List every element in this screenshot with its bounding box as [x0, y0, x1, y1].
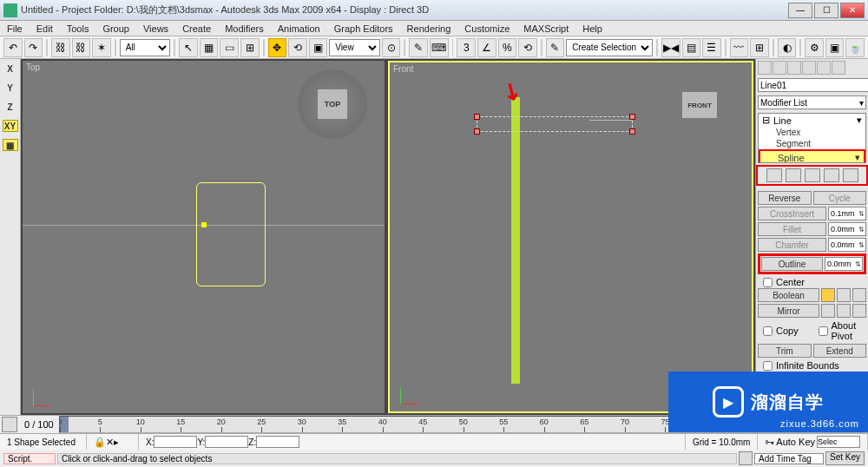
menu-file[interactable]: File — [3, 23, 26, 34]
stack-item-line[interactable]: ⊟Line▾ — [759, 114, 865, 127]
spline-green-bar[interactable] — [511, 97, 520, 384]
stack-item-segment[interactable]: Segment — [759, 138, 865, 149]
autokey-button[interactable]: Auto Key — [776, 437, 815, 447]
add-key-icon[interactable]: ✕ — [106, 437, 114, 448]
menu-help[interactable]: Help — [579, 23, 606, 34]
mirror-v-icon[interactable] — [837, 304, 851, 318]
transform-z-input[interactable] — [256, 436, 299, 448]
fillet-button[interactable]: Fillet — [758, 222, 826, 236]
menu-maxscript[interactable]: MAXScript — [520, 23, 572, 34]
maximize-button[interactable]: ☐ — [814, 3, 838, 18]
named-selection-dropdown[interactable]: Create Selection Set — [566, 39, 653, 56]
pivot-center-button[interactable]: ⊙ — [382, 38, 401, 57]
move-button[interactable]: ✥ — [268, 38, 287, 57]
axis-xy-button[interactable]: XY — [3, 120, 18, 132]
modifier-stack[interactable]: ⊟Line▾ Vertex Segment Spline▾ — [758, 113, 866, 163]
mirror-spline-button[interactable]: Mirror — [758, 304, 819, 318]
bool-union-icon[interactable] — [821, 288, 835, 302]
outline-spinner[interactable]: 0.0mm — [825, 257, 863, 271]
undo-button[interactable]: ↶ — [3, 38, 23, 57]
material-editor-button[interactable]: ◐ — [778, 38, 797, 57]
link-button[interactable]: ⛓ — [51, 38, 70, 57]
configure-sets-icon[interactable] — [843, 168, 858, 182]
key-mode-icon[interactable]: ▸ — [114, 437, 119, 448]
rotate-button[interactable]: ⟲ — [288, 38, 307, 57]
modifier-list-dropdown[interactable]: Modifier List — [758, 95, 866, 109]
trim-button[interactable]: Trim — [758, 344, 812, 358]
cycle-button[interactable]: Cycle — [813, 191, 867, 205]
menu-modifiers[interactable]: Modifiers — [221, 23, 267, 34]
axis-plane-button[interactable]: ▦ — [3, 139, 18, 151]
key-icon[interactable]: 🗝 — [765, 437, 774, 447]
center-checkbox[interactable] — [763, 278, 773, 287]
spline-shape-top[interactable] — [196, 182, 266, 286]
minimize-button[interactable]: — — [788, 3, 812, 18]
viewcube-top-face[interactable]: TOP — [318, 89, 347, 119]
menu-views[interactable]: Views — [140, 23, 172, 34]
menu-graph-editors[interactable]: Graph Editors — [331, 23, 397, 34]
setkey-button[interactable]: Set Key — [825, 451, 865, 465]
mirror-h-icon[interactable] — [821, 304, 835, 318]
modify-tab-icon[interactable] — [773, 61, 786, 75]
selection-filter-dropdown[interactable]: All — [120, 39, 171, 56]
utilities-tab-icon[interactable] — [832, 61, 845, 75]
menu-group[interactable]: Group — [99, 23, 133, 34]
stack-item-spline[interactable]: Spline▾ — [759, 149, 865, 163]
vertex-handle[interactable] — [629, 128, 635, 135]
chamfer-button[interactable]: Chamfer — [758, 238, 826, 252]
mirror-button[interactable]: ▶◀ — [661, 38, 681, 57]
chamfer-spinner[interactable]: 0.0mm — [828, 238, 866, 252]
stack-item-vertex[interactable]: Vertex — [759, 127, 865, 138]
manipulate-button[interactable]: ✎ — [409, 38, 428, 57]
close-button[interactable]: ✕ — [840, 3, 865, 18]
bind-spacewarp-button[interactable]: ✶ — [92, 38, 111, 57]
fillet-spinner[interactable]: 0.0mm — [828, 222, 866, 236]
select-by-name-button[interactable]: ▦ — [200, 38, 219, 57]
transform-y-input[interactable] — [205, 436, 248, 448]
menu-tools[interactable]: Tools — [63, 23, 93, 34]
lock-ui-icon[interactable] — [739, 451, 753, 465]
schematic-view-button[interactable]: ⊞ — [750, 38, 769, 57]
viewcube-front-face[interactable]: FRONT — [682, 92, 717, 118]
bool-intersect-icon[interactable] — [852, 288, 866, 302]
bool-subtract-icon[interactable] — [837, 288, 851, 302]
select-region-button[interactable]: ▭ — [220, 38, 239, 57]
spline-selected-segment[interactable] — [477, 116, 633, 132]
display-tab-icon[interactable] — [817, 61, 831, 75]
axis-y-button[interactable]: Y — [3, 82, 18, 94]
viewcube-front[interactable]: FRONT — [665, 71, 734, 141]
crossinsert-button[interactable]: CrossInsert — [758, 207, 826, 220]
axis-z-button[interactable]: Z — [3, 101, 18, 113]
show-end-result-icon[interactable] — [786, 168, 801, 182]
render-setup-button[interactable]: ⚙ — [805, 38, 824, 57]
remove-modifier-icon[interactable] — [824, 168, 839, 182]
layers-button[interactable]: ☰ — [702, 38, 721, 57]
viewport-front[interactable]: Front FRONT ↘ — [388, 61, 753, 413]
menu-edit[interactable]: Edit — [33, 23, 56, 34]
ref-coord-dropdown[interactable]: View — [329, 39, 380, 56]
unlink-button[interactable]: ⛓ — [72, 38, 91, 57]
mirror-both-icon[interactable] — [852, 304, 866, 318]
motion-tab-icon[interactable] — [802, 61, 816, 75]
keyfilter-dropdown[interactable] — [817, 436, 860, 448]
about-pivot-checkbox[interactable] — [819, 326, 828, 336]
snap-button[interactable]: 3 — [457, 38, 476, 57]
transform-x-input[interactable] — [154, 436, 197, 448]
percent-snap-button[interactable]: % — [498, 38, 517, 57]
spinner-snap-button[interactable]: ⟲ — [518, 38, 537, 57]
angle-snap-button[interactable]: ∠ — [477, 38, 496, 57]
window-crossing-button[interactable]: ⊞ — [240, 38, 260, 57]
reverse-button[interactable]: Reverse — [758, 191, 812, 205]
redo-button[interactable]: ↷ — [24, 38, 43, 57]
viewport-top[interactable]: Top TOP — [23, 61, 385, 413]
vertex-handle[interactable] — [474, 114, 480, 120]
vertex-handle[interactable] — [629, 114, 635, 120]
viewcube-top[interactable]: TOP — [298, 69, 367, 139]
menu-animation[interactable]: Animation — [274, 23, 324, 34]
pin-stack-icon[interactable] — [766, 168, 782, 182]
object-name-input[interactable] — [758, 78, 868, 92]
keyboard-shortcut-button[interactable]: ⌨ — [430, 38, 449, 57]
render-button[interactable]: 🍵 — [845, 38, 865, 57]
vertex-handle[interactable] — [474, 128, 480, 135]
crossinsert-spinner[interactable]: 0.1mm — [828, 207, 866, 220]
